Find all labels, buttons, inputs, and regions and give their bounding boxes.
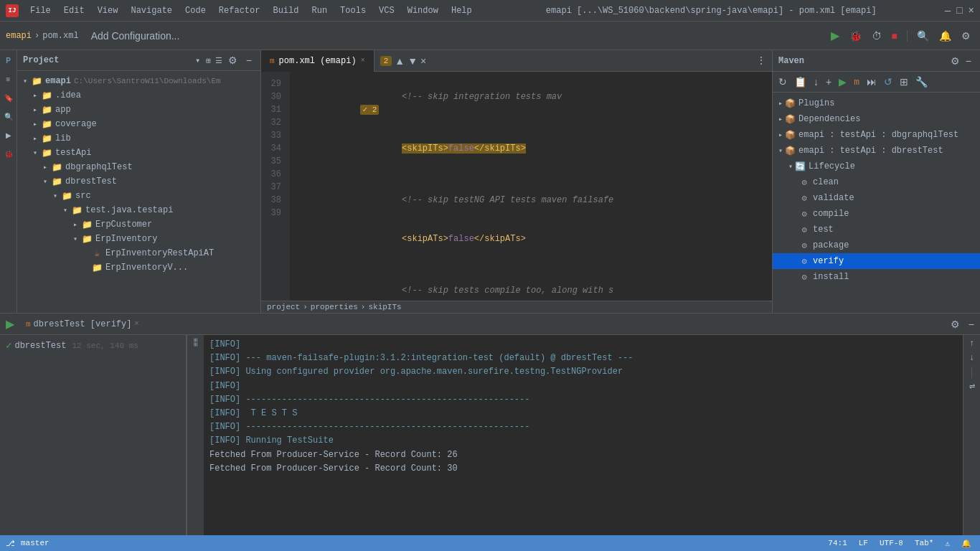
menu-help[interactable]: Help bbox=[446, 4, 478, 17]
tree-arrow-dbrest[interactable]: ▾ bbox=[40, 177, 50, 186]
tab-close-pom[interactable]: × bbox=[361, 57, 365, 65]
settings-button[interactable]: ⚙ bbox=[958, 28, 974, 44]
find-button[interactable]: 🔍 bbox=[1, 109, 16, 123]
menu-refactor[interactable]: Refactor bbox=[213, 4, 266, 17]
tree-item-erpinventory[interactable]: ▾ 📁 ErpInventory bbox=[17, 232, 260, 246]
scroll-top-button[interactable]: ↑ bbox=[970, 338, 974, 348]
maven-item-clean[interactable]: ⚙ clean bbox=[773, 174, 980, 190]
maven-item-validate[interactable]: ⚙ validate bbox=[773, 190, 980, 206]
maven-skip-button[interactable]: ⏭ bbox=[864, 75, 880, 89]
maven-item-dependencies[interactable]: ▸ 📦 Dependencies bbox=[773, 111, 980, 127]
tree-item-testjava[interactable]: ▾ 📁 test.java.testapi bbox=[17, 203, 260, 217]
close-button[interactable]: × bbox=[969, 5, 974, 17]
tree-item-idea[interactable]: ▸ 📁 .idea bbox=[17, 88, 260, 103]
tree-arrow-idea[interactable]: ▸ bbox=[30, 91, 40, 100]
project-view-button[interactable]: P bbox=[1, 53, 16, 67]
run-settings-button[interactable]: ⚙ bbox=[948, 317, 963, 331]
maven-item-package[interactable]: ⚙ package bbox=[773, 237, 980, 253]
tree-item-app[interactable]: ▸ 📁 app bbox=[17, 103, 260, 117]
tree-arrow-lib[interactable]: ▸ bbox=[30, 134, 40, 143]
debug-button[interactable]: 🐞 bbox=[846, 28, 865, 44]
tree-item-dbgraphql[interactable]: ▸ 📁 dbgraphqlTest bbox=[17, 160, 260, 174]
tree-item-coverage[interactable]: ▸ 📁 coverage bbox=[17, 117, 260, 131]
run-action-btn-1[interactable]: ≡≡ bbox=[192, 338, 199, 347]
maven-sync-button[interactable]: ↺ bbox=[881, 75, 895, 89]
maven-close-button[interactable]: − bbox=[963, 54, 974, 68]
maven-wrench-button[interactable]: 🔧 bbox=[913, 75, 930, 89]
maven-refresh-button[interactable]: ↻ bbox=[776, 75, 790, 89]
bookmark-button[interactable]: 🔖 bbox=[1, 90, 16, 105]
maven-item-dbrest[interactable]: ▾ 📦 emapi : testApi : dbrestTest bbox=[773, 143, 980, 159]
search-close-button[interactable]: × bbox=[420, 55, 426, 67]
editor-tab-pom[interactable]: m pom.xml (emapi) × bbox=[261, 50, 374, 72]
menu-tools[interactable]: Tools bbox=[334, 4, 372, 17]
stop-button[interactable]: ■ bbox=[888, 28, 901, 44]
tree-item-erp-inv-v[interactable]: 📁 ErpInventoryV... bbox=[17, 260, 260, 275]
tree-item-src[interactable]: ▾ 📁 src bbox=[17, 189, 260, 203]
line-separator[interactable]: LF bbox=[856, 539, 871, 547]
menu-navigate[interactable]: Navigate bbox=[125, 4, 178, 17]
maximize-button[interactable]: □ bbox=[956, 5, 962, 17]
tree-item-dbrest[interactable]: ▾ 📁 dbrestTest bbox=[17, 174, 260, 189]
run-play-button[interactable]: ▶ bbox=[3, 316, 17, 332]
menu-vcs[interactable]: VCS bbox=[373, 4, 400, 17]
menu-bar[interactable]: File Edit View Navigate Code Refactor Bu… bbox=[24, 4, 478, 17]
tree-item-testapi[interactable]: ▾ 📁 testApi bbox=[17, 146, 260, 160]
code-editor[interactable]: <!-- skip integration tests mav ✓ 2 <ski… bbox=[290, 72, 772, 301]
tree-arrow-erpinventory[interactable]: ▾ bbox=[70, 235, 80, 243]
maven-download-button[interactable]: ↓ bbox=[811, 75, 821, 89]
search-next-button[interactable]: ▼ bbox=[407, 55, 418, 67]
indent-setting[interactable]: Tab* bbox=[912, 539, 936, 547]
tree-arrow-dbgraphql[interactable]: ▸ bbox=[40, 163, 50, 171]
plugins-arrow[interactable]: ▸ bbox=[778, 99, 783, 108]
file-encoding[interactable]: UTF-8 bbox=[877, 539, 906, 547]
maven-item-compile[interactable]: ⚙ compile bbox=[773, 206, 980, 222]
dbgraphql-arrow[interactable]: ▸ bbox=[778, 131, 783, 139]
maven-item-install[interactable]: ⚙ install bbox=[773, 269, 980, 285]
lifecycle-arrow[interactable]: ▾ bbox=[788, 162, 793, 171]
maven-item-lifecycle[interactable]: ▾ 🔄 Lifecycle bbox=[773, 159, 980, 174]
menu-code[interactable]: Code bbox=[179, 4, 212, 17]
project-dropdown[interactable]: ▾ bbox=[195, 55, 200, 66]
menu-file[interactable]: File bbox=[24, 4, 57, 17]
search-everywhere-button[interactable]: 🔍 bbox=[913, 28, 933, 44]
search-prev-button[interactable]: ▲ bbox=[395, 55, 405, 67]
tree-item-erpcustomer[interactable]: ▸ 📁 ErpCustomer bbox=[17, 217, 260, 232]
dependencies-arrow[interactable]: ▸ bbox=[778, 115, 783, 123]
cursor-position[interactable]: 74:1 bbox=[825, 539, 849, 547]
structure-button[interactable]: ≡ bbox=[1, 72, 16, 86]
maven-item-dbgraphql[interactable]: ▸ 📦 emapi : testApi : dbgraphqlTest bbox=[773, 127, 980, 143]
maven-item-test[interactable]: ⚙ test bbox=[773, 222, 980, 237]
tree-arrow-emapi[interactable]: ▾ bbox=[20, 77, 30, 85]
maven-item-verify[interactable]: ⚙ verify bbox=[773, 253, 980, 269]
menu-run[interactable]: Run bbox=[306, 4, 333, 17]
run-console-button[interactable]: ▶ bbox=[1, 128, 16, 142]
tree-arrow-testjava[interactable]: ▾ bbox=[60, 206, 70, 215]
run-test-dbrest[interactable]: ✓ dbrestTest 12 sec, 140 ms bbox=[3, 338, 183, 353]
window-controls[interactable]: — □ × bbox=[945, 5, 974, 17]
editor-tab-menu[interactable]: ⋮ bbox=[750, 55, 772, 67]
menu-view[interactable]: View bbox=[92, 4, 124, 17]
run-tab-close-button[interactable]: × bbox=[134, 320, 138, 328]
tree-arrow-src[interactable]: ▾ bbox=[50, 192, 60, 200]
tree-item-lib[interactable]: ▸ 📁 lib bbox=[17, 131, 260, 146]
maven-profiles-button[interactable]: 📋 bbox=[791, 75, 809, 89]
tree-arrow-app[interactable]: ▸ bbox=[30, 105, 40, 114]
notifications-button[interactable]: 🔔 bbox=[936, 28, 955, 44]
panel-settings-button[interactable]: ⚙ bbox=[225, 53, 240, 67]
menu-window[interactable]: Window bbox=[402, 4, 444, 17]
scroll-bottom-button[interactable]: ↓ bbox=[970, 352, 974, 362]
run-tab-dbrest[interactable]: m dbrestTest [verify] × bbox=[20, 314, 144, 335]
tree-item-erp-rest-api[interactable]: ☕ ErpInventoryRestApiAT bbox=[17, 246, 260, 260]
profile-button[interactable]: ⏱ bbox=[868, 28, 885, 44]
maven-item-plugins[interactable]: ▸ 📦 Plugins bbox=[773, 95, 980, 111]
soft-wrap-button[interactable]: ⇌ bbox=[969, 382, 975, 390]
tree-arrow-testapi[interactable]: ▾ bbox=[30, 149, 40, 157]
debug-console-button[interactable]: 🐞 bbox=[1, 146, 16, 161]
maven-expand-button[interactable]: ⊞ bbox=[897, 75, 911, 89]
tree-item-emapi[interactable]: ▾ 📁 emapi C:\Users\SantroW11\Downloads\E… bbox=[17, 74, 260, 88]
tree-arrow-coverage[interactable]: ▸ bbox=[30, 120, 40, 128]
panel-hide-button[interactable]: − bbox=[243, 53, 255, 67]
maven-add-button[interactable]: + bbox=[823, 75, 834, 89]
menu-edit[interactable]: Edit bbox=[58, 4, 90, 17]
